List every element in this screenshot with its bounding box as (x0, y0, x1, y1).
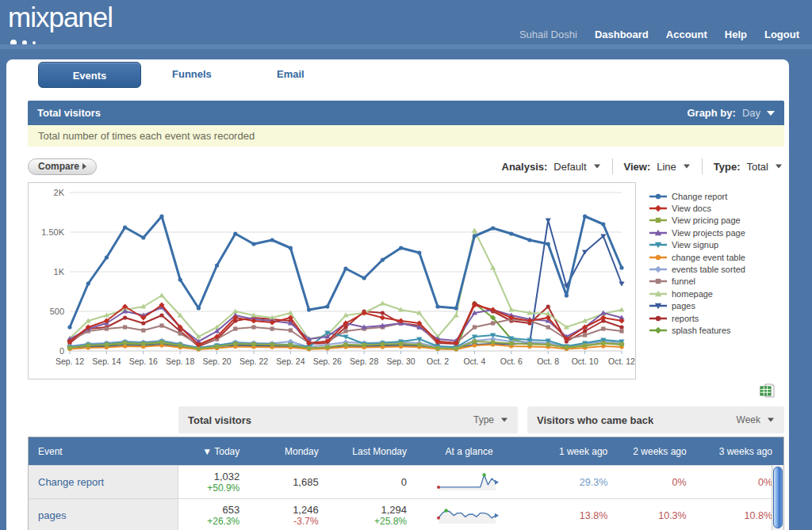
event-link[interactable]: pages (29, 499, 178, 530)
legend-label: splash features (672, 326, 731, 335)
week-percent-value: 10.3% (619, 510, 686, 521)
total-visitors-table-header: Total visitors Type (178, 406, 518, 433)
legend-label: pages (672, 301, 695, 311)
legend-label: View projects page (672, 228, 745, 238)
value-cell: 1,032+50.9% (178, 466, 251, 498)
cell-change: +26.3% (178, 516, 239, 527)
legend-item-funnel[interactable]: funnel (649, 276, 745, 288)
excel-export-icon[interactable] (759, 383, 776, 402)
view-dropdown-icon[interactable] (684, 165, 690, 169)
legend-item-view-pricing-page[interactable]: View pricing page (649, 215, 745, 227)
legend-item-view-signup[interactable]: View signup (649, 239, 745, 251)
legend-item-homepage[interactable]: homepage (649, 288, 745, 299)
type-dropdown-icon[interactable] (776, 165, 782, 169)
tab-events[interactable]: Events (38, 62, 141, 88)
nav-link-logout[interactable]: Logout (764, 29, 799, 40)
analysis-value[interactable]: Default (553, 161, 586, 173)
legend-marker-icon (649, 290, 668, 298)
graph-by-label: Graph by: (687, 107, 735, 119)
week-percent-cell: 0% (698, 466, 783, 498)
x-axis-tick-label: Oct. 2 (427, 357, 449, 366)
tab-funnels[interactable]: Funnels (172, 68, 212, 80)
table-scrollbar-thumb[interactable] (773, 467, 783, 528)
nav-link-dashboard[interactable]: Dashboard (595, 29, 649, 40)
column-header-w3: 3 weeks ago (698, 446, 783, 457)
cell-value: 1,294 (330, 504, 407, 516)
legend-label: change event table (672, 253, 745, 262)
x-axis-tick-label: Oct. 8 (537, 357, 559, 366)
legend-marker-icon (649, 315, 668, 322)
legend-item-view-docs[interactable]: View docs (649, 202, 745, 214)
table-row: Change report1,032+50.9%1,685029.3%0%0% (29, 465, 783, 498)
legend-marker-icon (649, 265, 668, 273)
week-percent-cell: 10.8% (698, 499, 783, 530)
week-percent-value: 0% (698, 477, 772, 488)
week-table-dropdown-icon[interactable] (768, 418, 774, 422)
line-chart-svg: 05001K1.50K2KSep. 12Sep. 14Sep. 16Sep. 1… (29, 183, 635, 379)
legend-item-pages[interactable]: pages (649, 300, 745, 312)
tab-email[interactable]: Email (277, 68, 304, 80)
week-dropdown-value[interactable]: Week (737, 414, 760, 425)
analysis-dropdown-icon[interactable] (594, 165, 600, 169)
table-scrollbar[interactable] (772, 465, 783, 530)
type-value[interactable]: Total (747, 161, 768, 173)
x-axis-tick-label: Sep. 14 (92, 357, 121, 366)
cell-value: 1,032 (178, 471, 239, 482)
week-percent-cell: 10.3% (619, 499, 697, 530)
y-axis-tick-label: 0 (59, 346, 64, 356)
user-name[interactable]: Suhail Doshi (519, 29, 577, 40)
table-section-headers: Total visitors Type Visitors who came ba… (28, 406, 784, 433)
view-value[interactable]: Line (657, 161, 676, 173)
type-label: Type: (714, 161, 741, 173)
nav-link-help[interactable]: Help (725, 29, 747, 40)
legend-label: View signup (672, 240, 718, 250)
y-axis-tick-label: 2K (54, 188, 65, 197)
cell-value: 0 (330, 476, 407, 488)
tab-bar: Events Funnels Email (6, 59, 789, 101)
legend-item-change-event-table[interactable]: change event table (649, 251, 745, 263)
legend-marker-icon (649, 277, 668, 285)
view-label: View: (624, 161, 651, 173)
export-row (28, 379, 784, 400)
type-dropdown-value[interactable]: Type (473, 414, 494, 425)
mixpanel-logo[interactable]: mixpanel (8, 2, 113, 33)
compare-button[interactable]: Compare (28, 158, 97, 175)
legend-item-reports[interactable]: reports (649, 312, 745, 324)
x-axis-tick-label: Oct. 4 (463, 357, 485, 366)
legend-item-view-projects-page[interactable]: View projects page (649, 227, 745, 238)
type-table-dropdown-icon[interactable] (501, 418, 508, 422)
legend-label: funnel (672, 276, 695, 286)
legend-marker-icon (649, 326, 668, 334)
legend-item-splash-features[interactable]: splash features (649, 324, 745, 336)
column-header-event: Event (29, 446, 178, 457)
legend-item-events-table-sorted[interactable]: events table sorted (649, 263, 745, 275)
header-divider-strip (0, 44, 812, 49)
legend-label: reports (672, 314, 699, 323)
cell-change: +50.9% (178, 482, 239, 494)
legend-marker-icon (649, 254, 668, 261)
week-percent-value: 13.8% (520, 510, 607, 521)
x-axis-tick-label: Sep. 20 (202, 357, 231, 366)
value-cell: 1,685 (251, 466, 329, 498)
nav-link-account[interactable]: Account (666, 29, 707, 40)
at-a-glance-cell (418, 499, 520, 530)
cell-change: +25.8% (330, 516, 407, 527)
week-percent-cell: 13.8% (520, 499, 619, 530)
legend-item-change-report[interactable]: Change report (649, 190, 745, 202)
column-header-glance: At a glance (418, 446, 520, 457)
y-axis-tick-label: 500 (50, 307, 64, 316)
cell-change: -3.7% (251, 516, 318, 527)
legend-label: events table sorted (672, 265, 745, 274)
x-axis-tick-label: Sep. 26 (313, 357, 342, 366)
graph-by-dropdown-icon[interactable] (767, 111, 775, 116)
graph-by-value[interactable]: Day (742, 107, 760, 119)
legend-label: Change report (672, 192, 727, 201)
value-cell: 0 (330, 466, 418, 498)
y-axis-tick-label: 1.50K (41, 227, 64, 237)
x-axis-tick-label: Sep. 18 (166, 357, 194, 366)
column-header-today[interactable]: ▼ Today (178, 446, 251, 457)
event-link[interactable]: Change report (29, 466, 178, 498)
report-header-bar: Total visitors Graph by: Day (28, 101, 784, 125)
compare-arrow-icon (82, 163, 86, 170)
x-axis-tick-label: Sep. 22 (239, 357, 268, 366)
